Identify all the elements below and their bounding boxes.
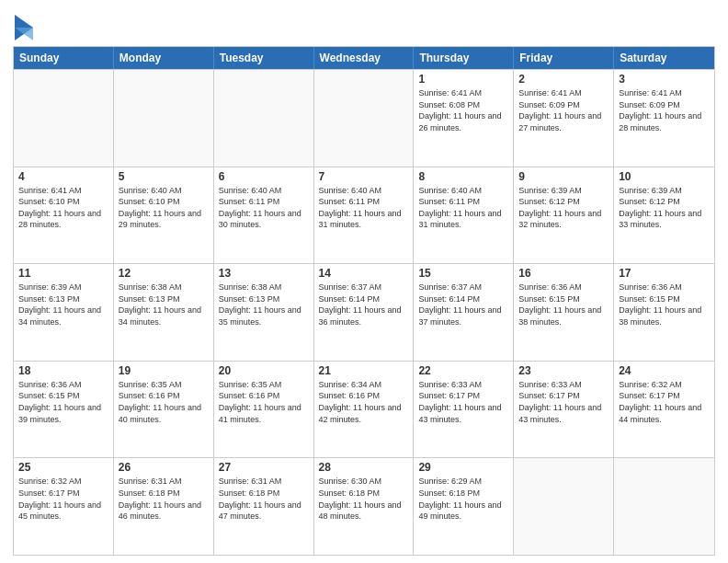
logo-icon <box>15 15 33 40</box>
day-info: Sunrise: 6:37 AMSunset: 6:14 PMDaylight:… <box>319 282 409 327</box>
calendar-cell: 21Sunrise: 6:34 AMSunset: 6:16 PMDayligh… <box>314 362 415 458</box>
calendar-body: 1Sunrise: 6:41 AMSunset: 6:08 PMDaylight… <box>14 69 714 555</box>
calendar-cell: 8Sunrise: 6:40 AMSunset: 6:11 PMDaylight… <box>414 167 514 264</box>
calendar-cell <box>314 70 415 167</box>
day-info: Sunrise: 6:41 AMSunset: 6:09 PMDaylight:… <box>518 87 609 133</box>
calendar-row: 25Sunrise: 6:32 AMSunset: 6:17 PMDayligh… <box>14 457 714 555</box>
calendar-row: 18Sunrise: 6:36 AMSunset: 6:15 PMDayligh… <box>14 361 714 458</box>
calendar-cell: 13Sunrise: 6:38 AMSunset: 6:13 PMDayligh… <box>214 264 314 361</box>
calendar-cell: 23Sunrise: 6:33 AMSunset: 6:17 PMDayligh… <box>514 362 614 458</box>
calendar-header-cell: Friday <box>514 47 614 69</box>
day-info: Sunrise: 6:31 AMSunset: 6:18 PMDaylight:… <box>219 476 309 522</box>
day-info: Sunrise: 6:31 AMSunset: 6:18 PMDaylight:… <box>119 476 209 522</box>
day-info: Sunrise: 6:34 AMSunset: 6:16 PMDaylight:… <box>319 379 409 425</box>
day-number: 16 <box>518 267 609 280</box>
calendar-cell: 14Sunrise: 6:37 AMSunset: 6:14 PMDayligh… <box>314 264 415 361</box>
calendar-cell: 17Sunrise: 6:36 AMSunset: 6:15 PMDayligh… <box>614 264 714 361</box>
day-info: Sunrise: 6:30 AMSunset: 6:18 PMDaylight:… <box>319 476 409 522</box>
calendar-cell: 24Sunrise: 6:32 AMSunset: 6:17 PMDayligh… <box>614 362 714 458</box>
calendar-cell: 4Sunrise: 6:41 AMSunset: 6:10 PMDaylight… <box>14 167 114 264</box>
calendar-cell <box>114 70 214 167</box>
day-number: 13 <box>219 267 309 280</box>
calendar-header-cell: Saturday <box>614 47 714 69</box>
calendar: SundayMondayTuesdayWednesdayThursdayFrid… <box>13 46 715 556</box>
day-info: Sunrise: 6:33 AMSunset: 6:17 PMDaylight:… <box>518 379 609 425</box>
calendar-cell <box>614 458 714 555</box>
calendar-cell: 16Sunrise: 6:36 AMSunset: 6:15 PMDayligh… <box>514 264 614 361</box>
day-number: 9 <box>518 170 609 183</box>
day-number: 18 <box>18 364 108 377</box>
day-number: 23 <box>518 364 609 377</box>
day-number: 22 <box>418 364 508 377</box>
calendar-header-cell: Thursday <box>414 47 514 69</box>
calendar-cell: 12Sunrise: 6:38 AMSunset: 6:13 PMDayligh… <box>114 264 214 361</box>
calendar-cell: 25Sunrise: 6:32 AMSunset: 6:17 PMDayligh… <box>14 458 114 555</box>
calendar-cell: 3Sunrise: 6:41 AMSunset: 6:09 PMDaylight… <box>614 70 714 167</box>
day-info: Sunrise: 6:41 AMSunset: 6:09 PMDaylight:… <box>619 87 710 133</box>
day-info: Sunrise: 6:41 AMSunset: 6:08 PMDaylight:… <box>418 87 508 133</box>
calendar-cell: 7Sunrise: 6:40 AMSunset: 6:11 PMDaylight… <box>314 167 415 264</box>
day-info: Sunrise: 6:37 AMSunset: 6:14 PMDaylight:… <box>418 282 508 327</box>
calendar-cell: 6Sunrise: 6:40 AMSunset: 6:11 PMDaylight… <box>214 167 314 264</box>
day-number: 15 <box>418 267 508 280</box>
header <box>13 9 715 40</box>
day-info: Sunrise: 6:29 AMSunset: 6:18 PMDaylight:… <box>418 476 508 522</box>
day-info: Sunrise: 6:40 AMSunset: 6:10 PMDaylight:… <box>119 185 209 231</box>
day-info: Sunrise: 6:39 AMSunset: 6:13 PMDaylight:… <box>18 282 108 327</box>
day-number: 19 <box>119 364 209 377</box>
calendar-cell: 9Sunrise: 6:39 AMSunset: 6:12 PMDaylight… <box>514 167 614 264</box>
day-number: 24 <box>619 364 710 377</box>
calendar-cell: 22Sunrise: 6:33 AMSunset: 6:17 PMDayligh… <box>414 362 514 458</box>
day-info: Sunrise: 6:41 AMSunset: 6:10 PMDaylight:… <box>18 185 108 231</box>
calendar-cell: 11Sunrise: 6:39 AMSunset: 6:13 PMDayligh… <box>14 264 114 361</box>
day-info: Sunrise: 6:35 AMSunset: 6:16 PMDaylight:… <box>119 379 209 425</box>
day-number: 20 <box>219 364 309 377</box>
day-info: Sunrise: 6:32 AMSunset: 6:17 PMDaylight:… <box>18 476 108 522</box>
calendar-cell: 29Sunrise: 6:29 AMSunset: 6:18 PMDayligh… <box>414 458 514 555</box>
calendar-cell: 20Sunrise: 6:35 AMSunset: 6:16 PMDayligh… <box>214 362 314 458</box>
day-info: Sunrise: 6:40 AMSunset: 6:11 PMDaylight:… <box>418 185 508 231</box>
calendar-header-cell: Sunday <box>14 47 114 69</box>
calendar-header-cell: Tuesday <box>214 47 314 69</box>
day-number: 17 <box>619 267 710 280</box>
day-number: 3 <box>619 73 710 86</box>
calendar-cell: 19Sunrise: 6:35 AMSunset: 6:16 PMDayligh… <box>114 362 214 458</box>
day-number: 21 <box>319 364 409 377</box>
day-info: Sunrise: 6:35 AMSunset: 6:16 PMDaylight:… <box>219 379 309 425</box>
calendar-cell: 27Sunrise: 6:31 AMSunset: 6:18 PMDayligh… <box>214 458 314 555</box>
day-info: Sunrise: 6:38 AMSunset: 6:13 PMDaylight:… <box>219 282 309 327</box>
day-number: 29 <box>418 461 508 474</box>
day-info: Sunrise: 6:39 AMSunset: 6:12 PMDaylight:… <box>619 185 710 231</box>
day-number: 1 <box>418 73 508 86</box>
day-number: 12 <box>119 267 209 280</box>
day-number: 5 <box>119 170 209 183</box>
calendar-row: 4Sunrise: 6:41 AMSunset: 6:10 PMDaylight… <box>14 167 714 264</box>
day-number: 27 <box>219 461 309 474</box>
day-number: 10 <box>619 170 710 183</box>
day-number: 14 <box>319 267 409 280</box>
calendar-header-cell: Monday <box>114 47 214 69</box>
day-number: 8 <box>418 170 508 183</box>
calendar-cell: 28Sunrise: 6:30 AMSunset: 6:18 PMDayligh… <box>314 458 415 555</box>
calendar-cell: 15Sunrise: 6:37 AMSunset: 6:14 PMDayligh… <box>414 264 514 361</box>
day-number: 2 <box>518 73 609 86</box>
day-number: 6 <box>219 170 309 183</box>
logo <box>13 13 33 40</box>
calendar-cell: 10Sunrise: 6:39 AMSunset: 6:12 PMDayligh… <box>614 167 714 264</box>
day-info: Sunrise: 6:38 AMSunset: 6:13 PMDaylight:… <box>119 282 209 327</box>
calendar-cell: 1Sunrise: 6:41 AMSunset: 6:08 PMDaylight… <box>414 70 514 167</box>
calendar-cell: 26Sunrise: 6:31 AMSunset: 6:18 PMDayligh… <box>114 458 214 555</box>
calendar-row: 1Sunrise: 6:41 AMSunset: 6:08 PMDaylight… <box>14 69 714 167</box>
day-number: 4 <box>18 170 108 183</box>
calendar-cell <box>214 70 314 167</box>
day-info: Sunrise: 6:33 AMSunset: 6:17 PMDaylight:… <box>418 379 508 425</box>
day-number: 25 <box>18 461 108 474</box>
calendar-cell: 2Sunrise: 6:41 AMSunset: 6:09 PMDaylight… <box>514 70 614 167</box>
calendar-cell: 5Sunrise: 6:40 AMSunset: 6:10 PMDaylight… <box>114 167 214 264</box>
calendar-cell: 18Sunrise: 6:36 AMSunset: 6:15 PMDayligh… <box>14 362 114 458</box>
calendar-cell <box>14 70 114 167</box>
day-number: 28 <box>319 461 409 474</box>
day-info: Sunrise: 6:40 AMSunset: 6:11 PMDaylight:… <box>219 185 309 231</box>
day-info: Sunrise: 6:36 AMSunset: 6:15 PMDaylight:… <box>518 282 609 327</box>
day-info: Sunrise: 6:32 AMSunset: 6:17 PMDaylight:… <box>619 379 710 425</box>
